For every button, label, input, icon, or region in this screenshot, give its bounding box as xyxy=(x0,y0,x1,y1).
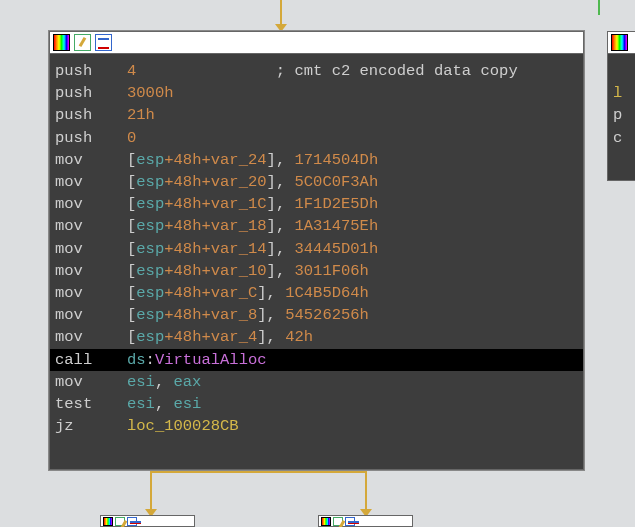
mnemonic: mov xyxy=(55,193,127,215)
edit-icon[interactable] xyxy=(115,517,125,526)
operands: ds:VirtualAlloc xyxy=(127,349,267,371)
asm-line[interactable]: mov[esp+48h+var_8], 54526256h xyxy=(55,304,578,326)
operands: [esp+48h+var_C], 1C4B5D64h xyxy=(127,282,369,304)
asm-line[interactable]: mov[esp+48h+var_1C], 1F1D2E5Dh xyxy=(55,193,578,215)
operands: loc_100028CB xyxy=(127,415,239,437)
mnemonic: mov xyxy=(55,238,127,260)
operands: esi, esi xyxy=(127,393,201,415)
code-body-right: l p c xyxy=(608,54,635,155)
node-titlebar-bl xyxy=(101,516,194,527)
asm-line[interactable]: mov[esp+48h+var_14], 34445D01h xyxy=(55,238,578,260)
operands: [esp+48h+var_8], 54526256h xyxy=(127,304,369,326)
partial-line: p xyxy=(613,104,635,126)
chart-icon[interactable] xyxy=(127,517,137,526)
asm-line[interactable]: movesi, eax xyxy=(55,371,578,393)
mnemonic: call xyxy=(55,349,127,371)
flow-edge-split xyxy=(150,471,367,473)
mnemonic: mov xyxy=(55,326,127,348)
color-icon[interactable] xyxy=(103,517,113,526)
mnemonic: push xyxy=(55,82,127,104)
partial-line xyxy=(613,60,635,82)
operands: 3000h xyxy=(127,82,174,104)
code-node-right[interactable]: l p c xyxy=(607,31,635,181)
asm-line[interactable]: mov[esp+48h+var_20], 5C0C0F3Ah xyxy=(55,171,578,193)
node-titlebar xyxy=(50,32,583,54)
node-titlebar-right xyxy=(608,32,635,54)
mnemonic: mov xyxy=(55,260,127,282)
asm-line[interactable]: jzloc_100028CB xyxy=(55,415,578,437)
color-icon[interactable] xyxy=(53,34,70,51)
operands: 4 xyxy=(127,60,136,82)
asm-line[interactable]: callds:VirtualAlloc xyxy=(50,349,583,371)
operands: [esp+48h+var_18], 1A31475Eh xyxy=(127,215,378,237)
mnemonic: mov xyxy=(55,282,127,304)
edit-icon[interactable] xyxy=(74,34,91,51)
chart-icon[interactable] xyxy=(345,517,355,526)
operands: [esp+48h+var_14], 34445D01h xyxy=(127,238,378,260)
color-icon[interactable] xyxy=(611,34,628,51)
operands: [esp+48h+var_10], 3011F06h xyxy=(127,260,369,282)
operands: [esp+48h+var_1C], 1F1D2E5Dh xyxy=(127,193,378,215)
operands: [esp+48h+var_4], 42h xyxy=(127,326,313,348)
operands: esi, eax xyxy=(127,371,201,393)
partial-line: c xyxy=(613,127,635,149)
mnemonic: test xyxy=(55,393,127,415)
mnemonic: push xyxy=(55,104,127,126)
comment: ; cmt c2 encoded data copy xyxy=(276,60,518,82)
asm-line[interactable]: mov[esp+48h+var_24], 1714504Dh xyxy=(55,149,578,171)
mnemonic: push xyxy=(55,127,127,149)
chart-icon[interactable] xyxy=(95,34,112,51)
partial-line: l xyxy=(613,82,635,104)
asm-line[interactable]: mov[esp+48h+var_C], 1C4B5D64h xyxy=(55,282,578,304)
mnemonic: mov xyxy=(55,215,127,237)
asm-line[interactable]: testesi, esi xyxy=(55,393,578,415)
color-icon[interactable] xyxy=(321,517,331,526)
asm-line[interactable]: mov[esp+48h+var_4], 42h xyxy=(55,326,578,348)
asm-line[interactable]: mov[esp+48h+var_10], 3011F06h xyxy=(55,260,578,282)
node-titlebar-br xyxy=(319,516,412,527)
mnemonic: mov xyxy=(55,304,127,326)
asm-line[interactable]: push4 ; cmt c2 encoded data copy xyxy=(55,60,578,82)
operands: [esp+48h+var_24], 1714504Dh xyxy=(127,149,378,171)
mnemonic: jz xyxy=(55,415,127,437)
mnemonic: mov xyxy=(55,371,127,393)
mnemonic: mov xyxy=(55,171,127,193)
edit-icon[interactable] xyxy=(333,517,343,526)
code-node-main[interactable]: push4 ; cmt c2 encoded data copypush3000… xyxy=(49,31,584,470)
disassembly-body: push4 ; cmt c2 encoded data copypush3000… xyxy=(50,54,583,443)
code-node-br[interactable] xyxy=(318,515,413,527)
asm-line[interactable]: push3000h xyxy=(55,82,578,104)
mnemonic: mov xyxy=(55,149,127,171)
mnemonic: push xyxy=(55,60,127,82)
operands: 21h xyxy=(127,104,155,126)
code-node-bl[interactable] xyxy=(100,515,195,527)
operands: [esp+48h+var_20], 5C0C0F3Ah xyxy=(127,171,378,193)
operands: 0 xyxy=(127,127,136,149)
flow-edge-green xyxy=(598,0,600,15)
asm-line[interactable]: push0 xyxy=(55,127,578,149)
asm-line[interactable]: push21h xyxy=(55,104,578,126)
asm-line[interactable]: mov[esp+48h+var_18], 1A31475Eh xyxy=(55,215,578,237)
